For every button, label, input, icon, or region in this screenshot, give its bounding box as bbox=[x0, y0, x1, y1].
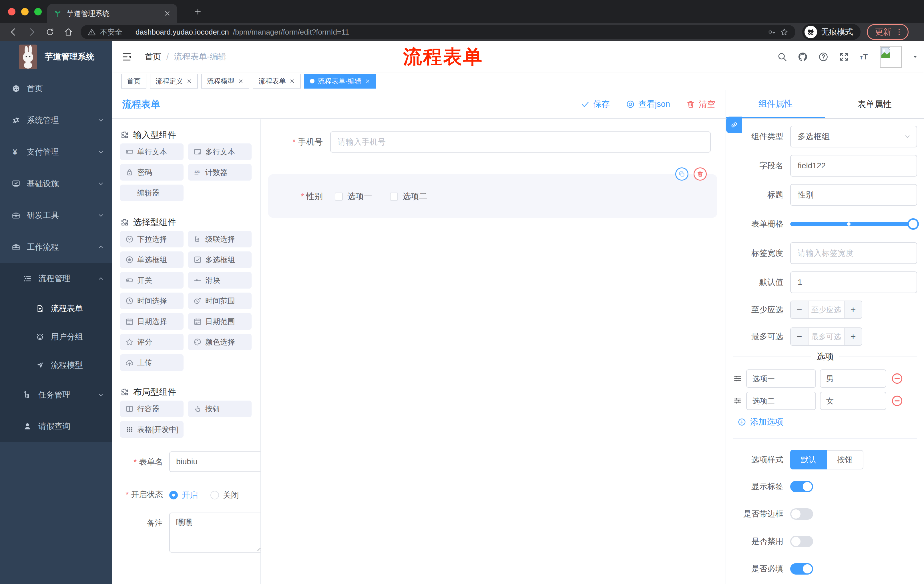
option-label-input[interactable] bbox=[746, 392, 816, 410]
palette-item-password[interactable]: 密码 bbox=[120, 164, 183, 181]
chrome-update-button[interactable]: 更新 bbox=[867, 24, 909, 40]
sidebar-item-payment[interactable]: ¥ 支付管理 bbox=[0, 136, 112, 168]
field-name-input[interactable] bbox=[790, 155, 917, 176]
palette-item-select[interactable]: 下拉选择 bbox=[120, 231, 183, 247]
palette-item-editor[interactable]: 编辑器 bbox=[120, 184, 183, 201]
status-radio-on[interactable]: 开启 bbox=[169, 490, 198, 500]
min-select-placeholder[interactable]: 至少应选 bbox=[808, 301, 844, 318]
palette-item-switch[interactable]: 开关 bbox=[120, 272, 183, 289]
option-style-button[interactable]: 按钮 bbox=[827, 450, 863, 469]
panel-collapse-handle[interactable] bbox=[726, 117, 742, 133]
palette-item-radio-group[interactable]: 单选框组 bbox=[120, 252, 183, 268]
canvas-field-gender-selected[interactable]: 性别 选项一 选项二 bbox=[268, 174, 717, 218]
avatar-caret-icon[interactable] bbox=[912, 54, 918, 60]
tag-process-form-edit[interactable]: 流程表单-编辑 bbox=[304, 74, 376, 89]
component-type-value[interactable] bbox=[790, 126, 917, 147]
status-radio-off[interactable]: 关闭 bbox=[210, 490, 239, 500]
palette-item-checkbox-group[interactable]: 多选框组 bbox=[188, 252, 252, 268]
sidebar-item-system[interactable]: 系统管理 bbox=[0, 104, 112, 136]
default-value-input[interactable] bbox=[790, 271, 917, 293]
avatar[interactable] bbox=[880, 46, 902, 68]
gender-option-2[interactable]: 选项二 bbox=[390, 191, 427, 202]
palette-item-color-picker[interactable]: 颜色选择 bbox=[188, 334, 252, 350]
github-icon[interactable] bbox=[798, 52, 808, 62]
forward-button[interactable] bbox=[27, 27, 36, 37]
save-button[interactable]: 保存 bbox=[581, 99, 610, 110]
form-remark-textarea[interactable]: 嘿嘿 bbox=[169, 513, 261, 553]
tab-component-props[interactable]: 组件属性 bbox=[726, 90, 825, 118]
search-icon[interactable] bbox=[777, 52, 787, 62]
tag-close-icon[interactable] bbox=[289, 78, 295, 84]
tag-close-icon[interactable] bbox=[238, 78, 244, 84]
palette-item-cascader[interactable]: 级联选择 bbox=[188, 231, 252, 247]
option-style-default[interactable]: 默认 bbox=[790, 450, 827, 469]
copy-field-button[interactable] bbox=[675, 168, 688, 181]
border-toggle[interactable] bbox=[790, 508, 813, 520]
sidebar-item-process-mgmt[interactable]: 流程管理 bbox=[0, 263, 112, 294]
tag-process-form[interactable]: 流程表单 bbox=[253, 74, 301, 89]
password-key-icon[interactable] bbox=[767, 28, 776, 36]
disabled-toggle[interactable] bbox=[790, 536, 813, 547]
tag-close-icon[interactable] bbox=[186, 78, 192, 84]
required-toggle[interactable] bbox=[790, 563, 813, 574]
sidebar-item-process-model[interactable]: 流程模型 bbox=[0, 351, 112, 379]
component-type-select[interactable] bbox=[790, 126, 917, 147]
remove-option-icon[interactable] bbox=[891, 372, 903, 385]
font-size-icon[interactable]: TT bbox=[860, 52, 870, 62]
sidebar-item-user-group[interactable]: 用户分组 bbox=[0, 322, 112, 351]
sidebar-item-devtools[interactable]: 研发工具 bbox=[0, 199, 112, 231]
slider-handle[interactable] bbox=[908, 218, 919, 230]
palette-item-date-picker[interactable]: 日期选择 bbox=[120, 313, 183, 330]
show-label-toggle[interactable] bbox=[790, 481, 813, 492]
form-name-input[interactable] bbox=[169, 451, 261, 472]
palette-item-button[interactable]: 按钮 bbox=[188, 401, 252, 417]
palette-item-rate[interactable]: 评分 bbox=[120, 334, 183, 350]
palette-item-time-range[interactable]: 时间范围 bbox=[188, 293, 252, 309]
browser-tab[interactable]: 芋道管理系统 bbox=[47, 4, 177, 23]
stepper-plus-button[interactable]: + bbox=[844, 328, 862, 345]
phone-field-input[interactable] bbox=[330, 132, 711, 153]
window-zoom-button[interactable] bbox=[34, 8, 42, 15]
option-label-input[interactable] bbox=[746, 369, 816, 388]
tag-process-model[interactable]: 流程模型 bbox=[201, 74, 249, 89]
add-option-button[interactable]: 添加选项 bbox=[738, 416, 917, 428]
fullscreen-icon[interactable] bbox=[839, 52, 849, 62]
tag-close-icon[interactable] bbox=[365, 78, 371, 84]
title-input[interactable] bbox=[790, 184, 917, 206]
window-controls[interactable] bbox=[8, 8, 42, 15]
security-label[interactable]: 不安全 bbox=[100, 27, 122, 37]
palette-item-row-container[interactable]: 行容器 bbox=[120, 401, 183, 417]
help-icon[interactable] bbox=[818, 52, 828, 62]
stepper-minus-button[interactable]: − bbox=[791, 301, 808, 318]
palette-item-date-range[interactable]: 日期范围 bbox=[188, 313, 252, 330]
stepper-minus-button[interactable]: − bbox=[791, 328, 808, 345]
palette-item-multi-text[interactable]: 多行文本 bbox=[188, 143, 252, 160]
sidebar-item-process-form[interactable]: 流程表单 bbox=[0, 294, 112, 322]
drag-handle-icon[interactable] bbox=[733, 396, 742, 405]
reload-button[interactable] bbox=[45, 27, 55, 37]
sidebar-item-task-mgmt[interactable]: 任务管理 bbox=[0, 379, 112, 411]
sidebar-logo[interactable]: 芋道管理系统 bbox=[0, 41, 112, 72]
address-bar[interactable]: 不安全 dashboard.yudao.iocoder.cn/bpm/manag… bbox=[81, 25, 795, 39]
checkbox[interactable] bbox=[390, 192, 398, 201]
tab-form-props[interactable]: 表单属性 bbox=[825, 90, 924, 118]
option-value-input[interactable] bbox=[820, 392, 886, 410]
sidebar-fold-icon[interactable] bbox=[121, 51, 132, 62]
checkbox[interactable] bbox=[335, 192, 343, 201]
drag-handle-icon[interactable] bbox=[733, 374, 742, 383]
max-select-placeholder[interactable]: 最多可选 bbox=[808, 328, 844, 345]
delete-field-button[interactable] bbox=[693, 168, 707, 181]
palette-item-time-picker[interactable]: 时间选择 bbox=[120, 293, 183, 309]
palette-item-counter[interactable]: 123计数器 bbox=[188, 164, 252, 181]
window-minimize-button[interactable] bbox=[21, 8, 29, 15]
palette-item-table[interactable]: 表格[开发中] bbox=[120, 421, 183, 438]
option-value-input[interactable] bbox=[820, 369, 886, 388]
sidebar-item-leave-query[interactable]: 请假查询 bbox=[0, 411, 112, 442]
canvas-field-phone[interactable]: 手机号 bbox=[261, 132, 726, 153]
remove-option-icon[interactable] bbox=[891, 395, 903, 407]
clear-button[interactable]: 清空 bbox=[686, 99, 715, 110]
back-button[interactable] bbox=[8, 27, 18, 37]
breadcrumb-root[interactable]: 首页 bbox=[145, 51, 161, 63]
window-close-button[interactable] bbox=[8, 8, 15, 15]
stepper-plus-button[interactable]: + bbox=[844, 301, 862, 318]
